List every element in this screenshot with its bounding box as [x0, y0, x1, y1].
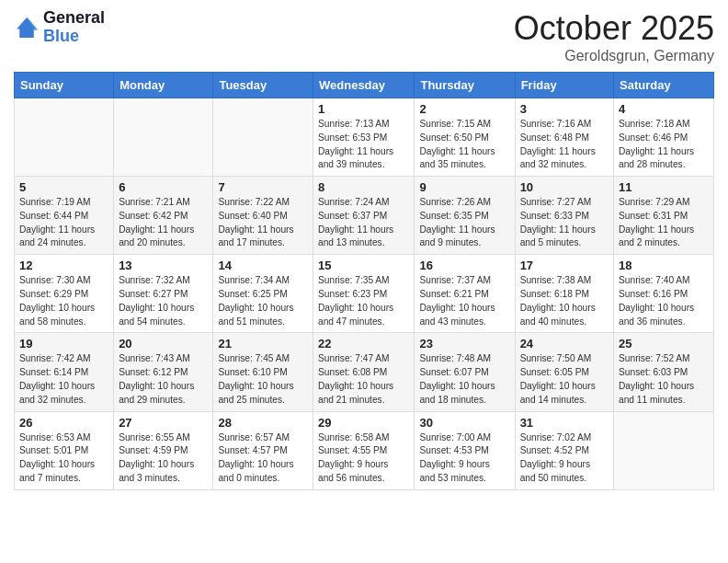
- day-info: Sunrise: 7:38 AM Sunset: 6:18 PM Dayligh…: [520, 274, 609, 328]
- day-info: Sunrise: 7:45 AM Sunset: 6:10 PM Dayligh…: [218, 352, 308, 407]
- day-number: 1: [318, 102, 409, 116]
- day-info: Sunrise: 7:42 AM Sunset: 6:14 PM Dayligh…: [19, 352, 108, 407]
- weekday-header-tuesday: Tuesday: [213, 73, 313, 98]
- weekday-header-row: SundayMondayTuesdayWednesdayThursdayFrid…: [15, 73, 714, 98]
- day-info: Sunrise: 6:55 AM Sunset: 4:59 PM Dayligh…: [119, 431, 208, 486]
- calendar-title-block: October 2025 Geroldsgrun, Germany: [514, 9, 714, 64]
- calendar-cell: 31Sunrise: 7:02 AM Sunset: 4:52 PM Dayli…: [515, 411, 613, 489]
- day-info: Sunrise: 7:26 AM Sunset: 6:35 PM Dayligh…: [419, 196, 509, 250]
- day-number: 12: [19, 259, 108, 272]
- day-number: 7: [218, 180, 308, 194]
- day-number: 30: [419, 416, 509, 430]
- calendar-cell: 25Sunrise: 7:52 AM Sunset: 6:03 PM Dayli…: [614, 333, 714, 411]
- day-number: 16: [419, 259, 509, 272]
- calendar-cell: 29Sunrise: 6:58 AM Sunset: 4:55 PM Dayli…: [313, 411, 415, 489]
- calendar-cell: 9Sunrise: 7:26 AM Sunset: 6:35 PM Daylig…: [415, 177, 515, 255]
- day-info: Sunrise: 7:22 AM Sunset: 6:40 PM Dayligh…: [218, 196, 308, 250]
- week-row-5: 26Sunrise: 6:53 AM Sunset: 5:01 PM Dayli…: [15, 411, 714, 489]
- day-number: 2: [419, 102, 509, 116]
- day-number: 10: [520, 180, 609, 194]
- day-info: Sunrise: 7:30 AM Sunset: 6:29 PM Dayligh…: [19, 274, 108, 328]
- calendar-cell: 2Sunrise: 7:15 AM Sunset: 6:50 PM Daylig…: [415, 98, 515, 177]
- day-info: Sunrise: 7:37 AM Sunset: 6:21 PM Dayligh…: [419, 274, 509, 328]
- calendar-cell: 21Sunrise: 7:45 AM Sunset: 6:10 PM Dayli…: [213, 333, 313, 411]
- day-info: Sunrise: 6:53 AM Sunset: 5:01 PM Dayligh…: [19, 431, 108, 486]
- calendar-cell: [614, 411, 714, 489]
- day-number: 11: [619, 180, 709, 194]
- day-number: 23: [419, 337, 509, 350]
- day-info: Sunrise: 6:57 AM Sunset: 4:57 PM Dayligh…: [218, 431, 308, 486]
- day-number: 28: [218, 416, 308, 430]
- weekday-header-wednesday: Wednesday: [313, 73, 415, 98]
- day-info: Sunrise: 7:34 AM Sunset: 6:25 PM Dayligh…: [218, 274, 308, 328]
- calendar-cell: 5Sunrise: 7:19 AM Sunset: 6:44 PM Daylig…: [15, 177, 114, 255]
- day-number: 15: [318, 259, 409, 272]
- calendar-cell: 27Sunrise: 6:55 AM Sunset: 4:59 PM Dayli…: [114, 411, 213, 489]
- calendar-cell: 26Sunrise: 6:53 AM Sunset: 5:01 PM Dayli…: [15, 411, 114, 489]
- day-number: 20: [119, 337, 208, 350]
- week-row-1: 1Sunrise: 7:13 AM Sunset: 6:53 PM Daylig…: [15, 98, 714, 177]
- day-info: Sunrise: 7:43 AM Sunset: 6:12 PM Dayligh…: [119, 352, 208, 407]
- calendar-cell: 8Sunrise: 7:24 AM Sunset: 6:37 PM Daylig…: [313, 177, 415, 255]
- day-number: 17: [520, 259, 609, 272]
- weekday-header-saturday: Saturday: [614, 73, 714, 98]
- day-number: 8: [318, 180, 409, 194]
- day-info: Sunrise: 7:50 AM Sunset: 6:05 PM Dayligh…: [520, 352, 609, 407]
- day-number: 4: [619, 102, 709, 116]
- day-info: Sunrise: 7:47 AM Sunset: 6:08 PM Dayligh…: [318, 352, 409, 407]
- logo-text: General Blue: [43, 9, 105, 46]
- day-info: Sunrise: 7:15 AM Sunset: 6:50 PM Dayligh…: [419, 118, 509, 172]
- day-info: Sunrise: 7:00 AM Sunset: 4:53 PM Dayligh…: [419, 431, 509, 486]
- calendar-cell: 18Sunrise: 7:40 AM Sunset: 6:16 PM Dayli…: [614, 255, 714, 333]
- day-info: Sunrise: 7:19 AM Sunset: 6:44 PM Dayligh…: [19, 196, 108, 250]
- calendar-cell: 10Sunrise: 7:27 AM Sunset: 6:33 PM Dayli…: [515, 177, 613, 255]
- calendar-cell: 14Sunrise: 7:34 AM Sunset: 6:25 PM Dayli…: [213, 255, 313, 333]
- day-info: Sunrise: 7:52 AM Sunset: 6:03 PM Dayligh…: [619, 352, 709, 407]
- location-title: Geroldsgrun, Germany: [514, 48, 714, 64]
- day-info: Sunrise: 7:16 AM Sunset: 6:48 PM Dayligh…: [520, 118, 609, 172]
- day-number: 13: [119, 259, 208, 272]
- calendar-cell: 12Sunrise: 7:30 AM Sunset: 6:29 PM Dayli…: [15, 255, 114, 333]
- day-number: 26: [19, 416, 108, 430]
- calendar-cell: 3Sunrise: 7:16 AM Sunset: 6:48 PM Daylig…: [515, 98, 613, 177]
- calendar-table: SundayMondayTuesdayWednesdayThursdayFrid…: [14, 72, 714, 490]
- day-number: 5: [19, 180, 108, 194]
- day-info: Sunrise: 7:35 AM Sunset: 6:23 PM Dayligh…: [318, 274, 409, 328]
- day-info: Sunrise: 7:21 AM Sunset: 6:42 PM Dayligh…: [119, 196, 208, 250]
- day-number: 22: [318, 337, 409, 350]
- day-info: Sunrise: 7:13 AM Sunset: 6:53 PM Dayligh…: [318, 118, 409, 172]
- calendar-cell: 7Sunrise: 7:22 AM Sunset: 6:40 PM Daylig…: [213, 177, 313, 255]
- weekday-header-friday: Friday: [515, 73, 613, 98]
- day-info: Sunrise: 7:27 AM Sunset: 6:33 PM Dayligh…: [520, 196, 609, 250]
- logo: General Blue: [14, 9, 105, 46]
- day-info: Sunrise: 7:40 AM Sunset: 6:16 PM Dayligh…: [619, 274, 709, 328]
- day-info: Sunrise: 7:48 AM Sunset: 6:07 PM Dayligh…: [419, 352, 509, 407]
- calendar-cell: 1Sunrise: 7:13 AM Sunset: 6:53 PM Daylig…: [313, 98, 415, 177]
- logo-icon: [14, 15, 40, 40]
- calendar-cell: [114, 98, 213, 177]
- week-row-4: 19Sunrise: 7:42 AM Sunset: 6:14 PM Dayli…: [15, 333, 714, 411]
- week-row-2: 5Sunrise: 7:19 AM Sunset: 6:44 PM Daylig…: [15, 177, 714, 255]
- day-info: Sunrise: 6:58 AM Sunset: 4:55 PM Dayligh…: [318, 431, 409, 486]
- calendar-cell: 16Sunrise: 7:37 AM Sunset: 6:21 PM Dayli…: [415, 255, 515, 333]
- calendar-cell: [213, 98, 313, 177]
- day-number: 31: [520, 416, 609, 430]
- day-number: 9: [419, 180, 509, 194]
- calendar-cell: 28Sunrise: 6:57 AM Sunset: 4:57 PM Dayli…: [213, 411, 313, 489]
- day-info: Sunrise: 7:32 AM Sunset: 6:27 PM Dayligh…: [119, 274, 208, 328]
- calendar-cell: 11Sunrise: 7:29 AM Sunset: 6:31 PM Dayli…: [614, 177, 714, 255]
- weekday-header-sunday: Sunday: [15, 73, 114, 98]
- month-title: October 2025: [514, 9, 714, 48]
- weekday-header-thursday: Thursday: [415, 73, 515, 98]
- day-number: 29: [318, 416, 409, 430]
- calendar-cell: 30Sunrise: 7:00 AM Sunset: 4:53 PM Dayli…: [415, 411, 515, 489]
- day-number: 21: [218, 337, 308, 350]
- day-info: Sunrise: 7:24 AM Sunset: 6:37 PM Dayligh…: [318, 196, 409, 250]
- day-number: 14: [218, 259, 308, 272]
- calendar-cell: 24Sunrise: 7:50 AM Sunset: 6:05 PM Dayli…: [515, 333, 613, 411]
- day-number: 19: [19, 337, 108, 350]
- day-info: Sunrise: 7:02 AM Sunset: 4:52 PM Dayligh…: [520, 431, 609, 486]
- weekday-header-monday: Monday: [114, 73, 213, 98]
- day-number: 6: [119, 180, 208, 194]
- calendar-cell: 23Sunrise: 7:48 AM Sunset: 6:07 PM Dayli…: [415, 333, 515, 411]
